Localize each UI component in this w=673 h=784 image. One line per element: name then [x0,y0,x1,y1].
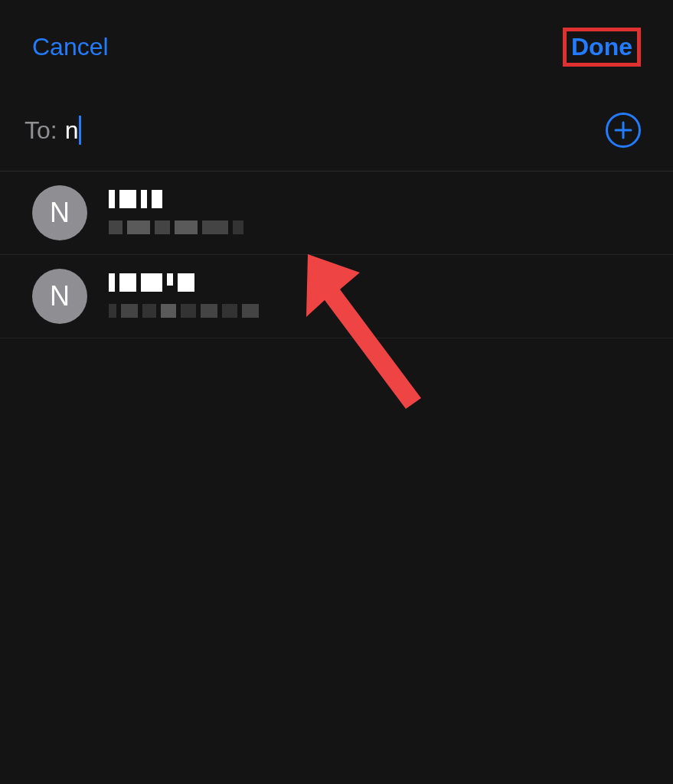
to-input[interactable]: n [65,116,606,145]
contact-name-redacted [109,190,658,210]
done-button[interactable]: Done [571,33,632,61]
contact-text [109,190,673,236]
annotation-highlight-box: Done [563,28,641,67]
contact-result[interactable]: N [0,172,673,255]
to-input-value: n [65,116,79,145]
contact-result[interactable]: N [0,255,673,338]
cancel-button[interactable]: Cancel [32,33,109,61]
add-contact-button[interactable] [606,113,641,148]
to-field-row: To: n [0,90,673,172]
plus-icon [613,120,633,140]
to-label: To: [25,116,57,145]
contact-detail-redacted [109,220,658,236]
modal-header: Cancel Done [0,0,673,90]
contact-name-redacted [109,273,658,293]
contact-text [109,273,673,319]
text-cursor [79,116,81,145]
contact-detail-redacted [109,304,658,319]
avatar: N [32,185,87,240]
avatar: N [32,269,87,324]
